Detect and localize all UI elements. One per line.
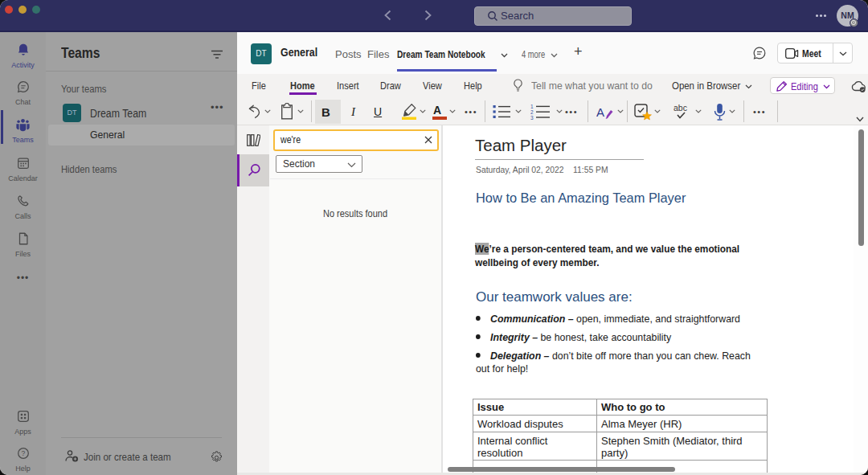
svg-text:2: 2 (530, 109, 534, 115)
svg-text:1: 1 (530, 104, 534, 109)
svg-text:abc: abc (674, 104, 687, 113)
svg-text:?: ? (21, 449, 25, 457)
svg-text:A: A (596, 105, 604, 119)
svg-text:3: 3 (530, 115, 534, 120)
